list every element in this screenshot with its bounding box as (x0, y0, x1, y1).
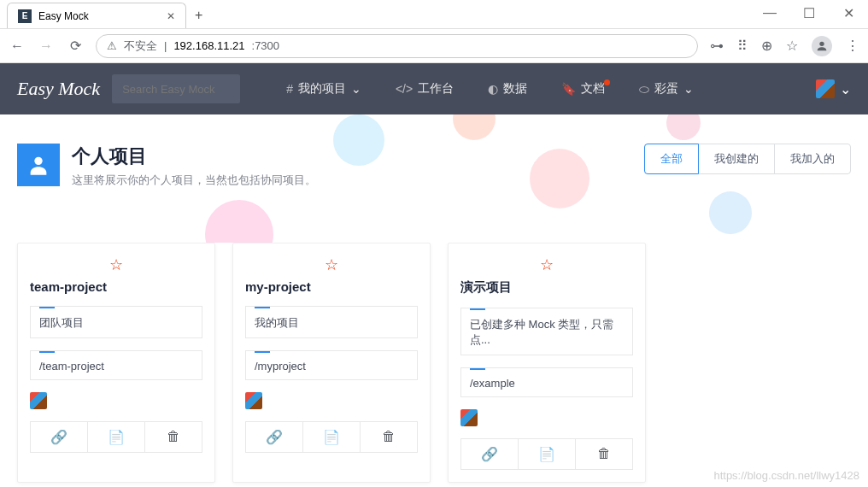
tab-title: Easy Mock (38, 10, 160, 22)
menu-data[interactable]: ◐ 数据 (488, 81, 527, 97)
chevron-down-icon: ⌄ (683, 82, 694, 96)
browser-titlebar: E Easy Mock ✕ + — ☐ ✕ (0, 0, 868, 29)
project-name: team-project (30, 279, 202, 294)
menu-my-projects[interactable]: # 我的项目 ⌄ (286, 81, 361, 97)
card-actions: 🔗 📄 🗑 (460, 438, 633, 470)
project-members (245, 392, 418, 409)
menu-label: 文档 (581, 81, 605, 97)
browser-tab[interactable]: E Easy Mock ✕ (7, 3, 186, 28)
project-path: /myproject (245, 350, 418, 380)
project-card[interactable]: ☆ 演示项目 已创建多种 Mock 类型，只需点... /example 🔗 📄… (448, 243, 646, 483)
app-header: Easy Mock # 我的项目 ⌄ </> 工作台 ◐ 数据 🔖 文档 ⬭ 彩… (0, 63, 868, 114)
tab-favicon: E (18, 9, 32, 23)
card-actions: 🔗 📄 🗑 (30, 421, 202, 453)
window-close-icon[interactable]: ✕ (829, 0, 868, 26)
egg-icon: ⬭ (639, 82, 649, 97)
url-port: :7300 (252, 39, 280, 52)
copy-icon[interactable]: 📄 (302, 422, 360, 452)
copy-icon[interactable]: 📄 (87, 422, 144, 452)
hash-icon: # (286, 82, 293, 96)
search-input[interactable] (112, 74, 240, 103)
window-maximize-icon[interactable]: ☐ (789, 0, 829, 26)
url-host: 192.168.11.21 (173, 39, 244, 52)
reload-button[interactable]: ⟳ (67, 38, 84, 54)
star-icon[interactable]: ☆ (245, 255, 418, 274)
project-card[interactable]: ☆ team-project 团队项目 /team-project 🔗 📄 🗑 (17, 243, 215, 483)
project-desc: 已创建多种 Mock 类型，只需点... (460, 308, 633, 355)
project-desc: 团队项目 (30, 306, 202, 338)
chevron-down-icon: ⌄ (840, 81, 851, 97)
avatar (30, 392, 47, 409)
star-icon[interactable]: ☆ (30, 255, 202, 274)
menu-egg[interactable]: ⬭ 彩蛋 ⌄ (639, 81, 694, 97)
project-path: /example (460, 367, 633, 397)
decoration-circle (205, 200, 273, 243)
page-title: 个人项目 (72, 144, 316, 169)
insecure-label: 不安全 (124, 38, 157, 54)
hero-icon (17, 144, 60, 186)
notification-dot (604, 79, 610, 85)
code-icon: </> (396, 82, 413, 96)
avatar (460, 409, 478, 426)
project-members (460, 409, 633, 426)
forward-button[interactable]: → (38, 38, 55, 54)
menu-workspace[interactable]: </> 工作台 (396, 81, 454, 97)
window-minimize-icon[interactable]: — (750, 0, 789, 26)
project-name: my-project (245, 279, 418, 294)
decoration-circle (709, 191, 752, 234)
logo[interactable]: Easy Mock (17, 78, 100, 100)
profile-icon[interactable] (812, 36, 832, 56)
svg-point-1 (34, 157, 42, 165)
translate-icon[interactable]: ⠿ (737, 38, 748, 54)
toolbar-icons: ⊶ ⠿ ⊕ ☆ ⋮ (710, 36, 859, 56)
tab-close-icon[interactable]: ✕ (167, 10, 175, 22)
filter-tabs: 全部 我创建的 我加入的 (644, 144, 851, 174)
user-menu[interactable]: ⌄ (816, 79, 851, 98)
main-menu: # 我的项目 ⌄ </> 工作台 ◐ 数据 🔖 文档 ⬭ 彩蛋 ⌄ (286, 81, 694, 97)
project-card[interactable]: ☆ my-project 我的项目 /myproject 🔗 📄 🗑 (232, 243, 431, 483)
menu-docs[interactable]: 🔖 文档 (561, 81, 605, 97)
menu-icon[interactable]: ⋮ (846, 38, 859, 54)
address-bar: ← → ⟳ ⚠ 不安全 | 192.168.11.21:7300 ⊶ ⠿ ⊕ ☆… (0, 29, 868, 63)
back-button[interactable]: ← (9, 38, 26, 54)
window-controls: — ☐ ✕ (750, 0, 868, 26)
project-members (30, 392, 202, 409)
chevron-down-icon: ⌄ (351, 82, 361, 96)
tab-all[interactable]: 全部 (644, 144, 699, 174)
delete-icon[interactable]: 🗑 (575, 439, 632, 469)
menu-label: 工作台 (418, 81, 454, 97)
star-icon[interactable]: ☆ (786, 38, 798, 54)
avatar (245, 392, 262, 409)
insecure-icon: ⚠ (107, 39, 117, 52)
project-path: /team-project (30, 350, 202, 380)
tab-joined[interactable]: 我加入的 (774, 144, 851, 174)
link-icon[interactable]: 🔗 (246, 422, 302, 452)
url-divider: | (164, 39, 167, 52)
zoom-icon[interactable]: ⊕ (761, 38, 772, 54)
decoration-circle (333, 114, 384, 166)
tab-created[interactable]: 我创建的 (698, 144, 775, 174)
card-actions: 🔗 📄 🗑 (245, 421, 418, 453)
copy-icon[interactable]: 📄 (518, 439, 575, 469)
new-tab-button[interactable]: + (195, 8, 202, 28)
decoration-circle (453, 114, 496, 140)
link-icon[interactable]: 🔗 (31, 422, 87, 452)
link-icon[interactable]: 🔗 (461, 439, 518, 469)
page-subtitle: 这里将展示你的个人项目，当然也包括协同项目。 (72, 173, 316, 188)
bookmark-icon: 🔖 (561, 82, 576, 96)
menu-label: 我的项目 (298, 81, 346, 97)
project-desc: 我的项目 (245, 306, 418, 338)
delete-icon[interactable]: 🗑 (144, 422, 202, 452)
watermark: https://blog.csdn.net/llwy1428 (713, 469, 859, 482)
dashboard-icon: ◐ (488, 82, 498, 96)
url-input[interactable]: ⚠ 不安全 | 192.168.11.21:7300 (96, 34, 698, 58)
menu-label: 数据 (503, 81, 527, 97)
hero-section: 个人项目 这里将展示你的个人项目，当然也包括协同项目。 全部 我创建的 我加入的 (0, 114, 868, 243)
delete-icon[interactable]: 🗑 (360, 422, 417, 452)
decoration-circle (530, 149, 589, 208)
svg-point-0 (819, 41, 824, 45)
key-icon[interactable]: ⊶ (710, 38, 724, 54)
menu-label: 彩蛋 (654, 81, 678, 97)
avatar (816, 79, 835, 98)
star-icon[interactable]: ☆ (460, 255, 633, 274)
